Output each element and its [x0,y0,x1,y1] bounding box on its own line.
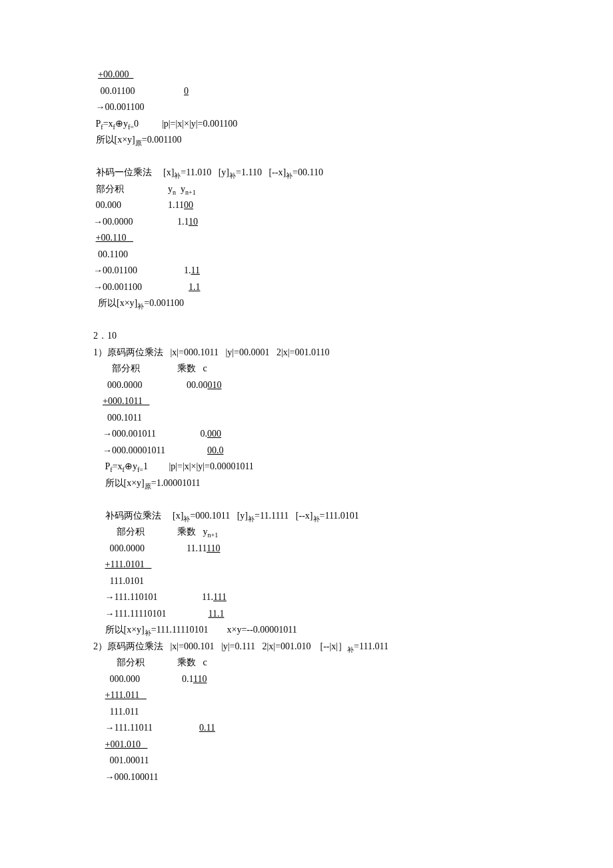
text-line: 所以[x×y]原=1.00001011 [93,475,520,492]
text-line: +00.110 [93,230,520,247]
text-line: +001.010 [93,737,520,753]
text-line: 00.000 1.1100 [93,197,520,214]
text-line: 00.01100 0 [93,83,520,100]
text-line: →111.11011 0.11 [93,720,520,737]
text-line: 00.1100 [93,247,520,263]
text-line: 补码一位乘法 [x]补=11.010 [y]补=1.110 [--x]补=00.… [93,165,520,181]
text-line: →000.00001011 00.0 [93,443,520,459]
blank [93,149,520,165]
text-line: Pf=xf⊕yf=0 |p|=|x|×|y|=0.001100 [93,116,520,133]
text-line: →000.001011 0.000 [93,426,520,443]
text-line: +00.000 [93,67,520,83]
text-line: →00.01100 1.11 [93,263,520,279]
text-line: 111.0101 [93,573,520,590]
blank [93,491,520,508]
heading: 1）原码两位乘法 |x|=000.1011 |y|=00.0001 2|x|=0… [93,345,520,361]
text-line: →111.11110101 11.1 [93,606,520,623]
text-line: +000.1011 [93,393,520,410]
text-line: →00.0000 1.110 [93,214,520,231]
text-line: 所以[x×y]补=111.11110101 x×y=--0.00001011 [93,622,520,639]
heading: 2．10 [93,328,520,345]
text-line: 部分积 yn yn+1 [93,181,520,198]
text-line: 所以[x×y]补=0.001100 [93,295,520,312]
text-line: 补码两位乘法 [x]补=000.1011 [y]补=11.1111 [--x]补… [93,508,520,525]
text-line: +111.0101 [93,557,520,573]
text-line: 000.1011 [93,410,520,427]
heading: 2）原码两位乘法 |x|=000.101 |y|=0.111 2|x|=001.… [93,639,520,655]
text-line: 111.011 [93,704,520,721]
text-line: →111.110101 11.111 [93,589,520,606]
text-line: →00.001100 [93,99,520,116]
text-line: 部分积 乘数 c [93,361,520,377]
text-line: 000.000 0.1110 [93,671,520,688]
text-line: 000.0000 11.11110 [93,541,520,557]
text-line: +111.011 [93,687,520,704]
text-line: Pf=xf⊕yf=1 |p|=|x|×|y|=0.00001011 [93,459,520,475]
text-line: 所以[x×y]原=0.001100 [93,132,520,149]
text-line: →00.001100 1.1 [93,279,520,296]
text-line: 000.0000 00.00010 [93,377,520,394]
text-line: 部分积 乘数 c [93,655,520,671]
text-line: →000.100011 [93,769,520,786]
blank [93,312,520,329]
text-line: 部分积 乘数 yn+1 [93,524,520,541]
text-line: 001.00011 [93,753,520,769]
